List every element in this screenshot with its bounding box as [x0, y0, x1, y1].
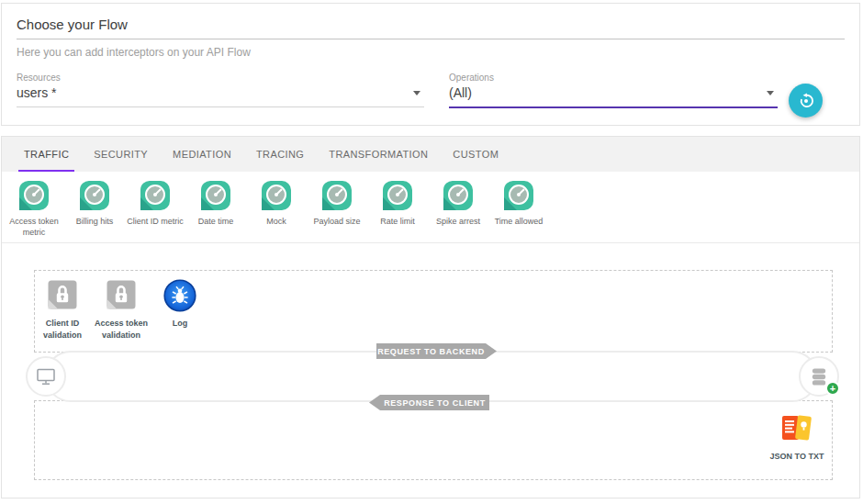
palette-item-label: Access token metric: [4, 216, 64, 238]
gauge-icon: [79, 180, 110, 211]
response-interceptors-dropzone[interactable]: [34, 400, 833, 480]
palette-item[interactable]: Rate limit: [367, 180, 428, 227]
lock-icon: [46, 279, 79, 312]
resources-label: Resources: [17, 73, 424, 83]
palette-item[interactable]: Payload size: [307, 180, 367, 227]
tab-label: TRACING: [256, 149, 304, 160]
palette-item-label: Spike arrest: [428, 216, 488, 227]
backend-endpoint-add[interactable]: +: [799, 356, 839, 397]
monitor-icon: [35, 365, 57, 387]
palette-item-label: Billing hits: [64, 216, 125, 227]
request-ribbon-label: REQUEST TO BACKEND: [377, 347, 485, 356]
reset-flow-button[interactable]: [789, 84, 823, 118]
gauge-icon: [18, 180, 50, 211]
response-to-client-ribbon: RESPONSE TO CLIENT: [369, 395, 489, 410]
resources-value: users *: [17, 85, 57, 100]
request-interceptor-list: Client ID validation Access token valida…: [33, 279, 209, 342]
flow-header-card: Choose your Flow Here you can add interc…: [1, 3, 860, 126]
palette-item[interactable]: Billing hits: [64, 180, 125, 227]
tab[interactable]: CUSTOM: [453, 137, 499, 172]
palette-item-label: Payload size: [307, 216, 367, 227]
tab-label: MEDIATION: [173, 149, 231, 160]
page-subtitle: Here you can add interceptors on your AP…: [17, 39, 845, 59]
gauge-icon: [321, 180, 353, 211]
gauge-icon: [261, 180, 292, 211]
gauge-icon: [200, 180, 231, 211]
operations-value: (All): [449, 85, 472, 100]
palette-item-label: Time allowed: [488, 216, 549, 227]
palette-item[interactable]: Mock: [246, 180, 307, 227]
resources-select[interactable]: Resources users *: [17, 73, 424, 107]
tab[interactable]: MEDIATION: [173, 137, 231, 172]
tab-label: SECURITY: [94, 149, 148, 160]
gauge-icon: [503, 180, 534, 211]
request-to-backend-ribbon: REQUEST TO BACKEND: [376, 343, 497, 359]
palette-item[interactable]: Time allowed: [488, 180, 549, 227]
interceptor-label: Access token validation: [92, 318, 151, 342]
operations-label: Operations: [449, 73, 778, 83]
response-interceptor-list: JSON TO TXT: [768, 412, 826, 463]
tab-label: TRAFFIC: [24, 149, 69, 160]
interceptor[interactable]: Access token validation: [92, 279, 151, 342]
palette-item-label: Client ID metric: [125, 216, 185, 227]
palette-item[interactable]: Access token metric: [4, 180, 64, 238]
interceptor-label: JSON TO TXT: [768, 451, 826, 463]
interceptor[interactable]: JSON TO TXT: [768, 412, 826, 463]
gauge-icon: [382, 180, 413, 211]
tab-label: CUSTOM: [453, 149, 499, 160]
tab[interactable]: SECURITY: [94, 137, 148, 172]
palette-item-label: Rate limit: [367, 216, 428, 227]
interceptor-label: Log: [151, 318, 209, 330]
palette-item[interactable]: Spike arrest: [428, 180, 488, 227]
operations-select[interactable]: Operations (All): [449, 73, 778, 108]
flow-selector-row: Resources users * Operations (All): [17, 73, 845, 118]
bug-icon: [163, 279, 196, 312]
tab[interactable]: TRACING: [256, 137, 304, 172]
lock-icon: [105, 279, 138, 312]
palette-item[interactable]: Date time: [185, 180, 246, 227]
flow-editor-card: TRAFFIC SECURITY MEDIATION TRACING TRANS…: [1, 136, 860, 498]
interceptor[interactable]: Log: [151, 279, 209, 342]
interceptor-category-tabs: TRAFFIC SECURITY MEDIATION TRACING TRANS…: [2, 137, 859, 172]
tab[interactable]: TRAFFIC: [24, 137, 69, 172]
chevron-down-icon: [413, 91, 420, 95]
tab[interactable]: TRANSFORMATION: [329, 137, 428, 172]
interceptor-label: Client ID validation: [33, 318, 92, 342]
add-backend-badge: +: [825, 381, 840, 396]
restore-icon: [797, 92, 815, 110]
palette-item-label: Mock: [246, 216, 307, 227]
page-title: Choose your Flow: [17, 17, 845, 39]
interceptor-palette: Access token metric Billing hits Client …: [2, 172, 859, 243]
json-to-txt-icon: [780, 412, 813, 445]
tab-label: TRANSFORMATION: [329, 149, 428, 160]
response-ribbon-label: RESPONSE TO CLIENT: [384, 398, 486, 408]
gauge-icon: [443, 180, 474, 211]
palette-item-label: Date time: [185, 216, 246, 227]
palette-item[interactable]: Client ID metric: [125, 180, 185, 227]
client-endpoint: [26, 356, 66, 397]
interceptor[interactable]: Client ID validation: [33, 279, 92, 342]
gauge-icon: [140, 180, 171, 211]
chevron-down-icon: [767, 91, 774, 95]
